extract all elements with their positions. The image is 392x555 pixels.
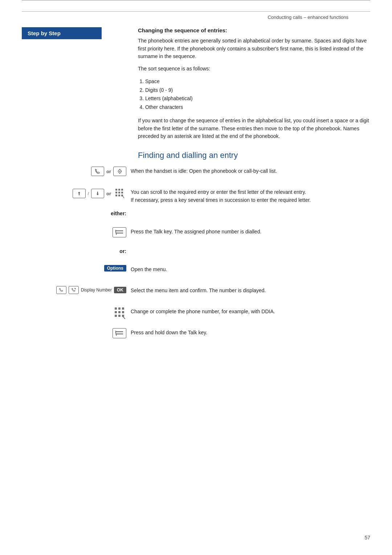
step-icons-3a (22, 227, 131, 237)
svg-rect-16 (118, 311, 121, 313)
or-label: or: (119, 248, 126, 254)
step-desc-or (131, 248, 370, 249)
svg-rect-12 (115, 307, 117, 310)
step-icons-3b: Options (22, 265, 131, 272)
step-desc-5: Change or complete the phone number, for… (131, 307, 370, 316)
or-label-container: or: (22, 248, 131, 254)
star-diamond-icon (113, 167, 126, 176)
list-item: Space (145, 77, 370, 86)
up-phone-icon (73, 189, 86, 198)
svg-rect-3 (121, 189, 123, 191)
step-desc-3b: Open the menu. (131, 265, 370, 274)
step-desc-3a: Press the Talk key. The assigned phone n… (131, 227, 370, 236)
step-icons-4: Display Number OK (22, 286, 131, 294)
step-row-2: / or (22, 188, 370, 204)
sort-sequence-list: Space Digits (0 - 9) Letters (alphabetic… (145, 77, 370, 112)
keypad-icon-5 (113, 307, 126, 319)
display-number-label: Display Number (81, 287, 112, 293)
phone-icon-small-2 (69, 286, 79, 294)
step-row-or: or: (22, 248, 370, 263)
step-icons-5 (22, 307, 131, 319)
talk-key-hold-icon (113, 328, 126, 338)
keypad-icon-2 (113, 188, 126, 199)
phone-icon (91, 167, 104, 176)
svg-rect-17 (122, 311, 124, 313)
svg-point-0 (119, 171, 121, 172)
down-phone-icon (91, 189, 104, 198)
header-title: Conducting calls – enhanced functions (268, 15, 348, 20)
section2-title: Finding and dialling an entry (138, 151, 370, 160)
svg-rect-8 (118, 195, 120, 196)
either-label-container: either: (22, 211, 131, 216)
svg-rect-18 (115, 315, 117, 317)
svg-rect-2 (118, 189, 120, 191)
step-desc-6: Press and hold down the Talk key. (131, 328, 370, 337)
ok-button[interactable]: OK (114, 287, 126, 293)
step-desc-4: Select the menu item and confirm. The nu… (131, 286, 370, 295)
section1-heading: Changing the sequence of entries: (138, 27, 370, 33)
phone-icon-small-1 (56, 286, 66, 294)
list-item: Other characters (145, 103, 370, 112)
step-desc-1: When the handset is idle: Open the phone… (131, 167, 370, 175)
options-button[interactable]: Options (104, 265, 126, 272)
svg-rect-19 (118, 315, 121, 317)
top-divider (22, 0, 370, 0)
talk-key-icon (113, 227, 126, 237)
step-row-1: or When the handset is idle: Open the ph… (22, 167, 370, 181)
step-desc-either (131, 211, 370, 211)
svg-rect-14 (122, 307, 124, 310)
section1-para1: The phonebook entries are generally sort… (138, 37, 370, 61)
svg-rect-15 (115, 311, 117, 313)
or-connector-1: or (106, 169, 111, 174)
svg-point-21 (122, 315, 123, 317)
step-icons-6 (22, 328, 131, 338)
svg-rect-1 (115, 189, 117, 191)
svg-rect-5 (118, 192, 120, 193)
step-row-5: Change or complete the phone number, for… (22, 307, 370, 322)
step-by-step-label: Step by Step (22, 27, 102, 39)
page-header: Conducting calls – enhanced functions (22, 11, 370, 20)
page-number: 57 (364, 535, 370, 540)
svg-rect-4 (115, 192, 117, 193)
svg-rect-13 (118, 307, 121, 310)
step-row-either: either: (22, 211, 370, 225)
step-row-3a: Press the Talk key. The assigned phone n… (22, 227, 370, 242)
step-row-3b: Options Open the menu. (22, 265, 370, 279)
or-connector-2: or (106, 191, 111, 196)
step-icons-1: or (22, 167, 131, 176)
step-row-6: Press and hold down the Talk key. (22, 328, 370, 343)
section1-para2: The sort sequence is as follows: (138, 65, 370, 73)
svg-rect-6 (121, 192, 123, 193)
step-icons-2: / or (22, 188, 131, 199)
either-label: either: (111, 211, 126, 216)
list-item: Letters (alphabetical) (145, 94, 370, 103)
svg-rect-7 (115, 195, 117, 196)
slash-separator: / (88, 191, 89, 196)
step-desc-2: You can scroll to the required entry or … (131, 188, 370, 204)
step-row-4: Display Number OK Select the menu item a… (22, 286, 370, 301)
section1-para3: If you want to change the sequence of en… (138, 117, 370, 140)
list-item: Digits (0 - 9) (145, 86, 370, 95)
